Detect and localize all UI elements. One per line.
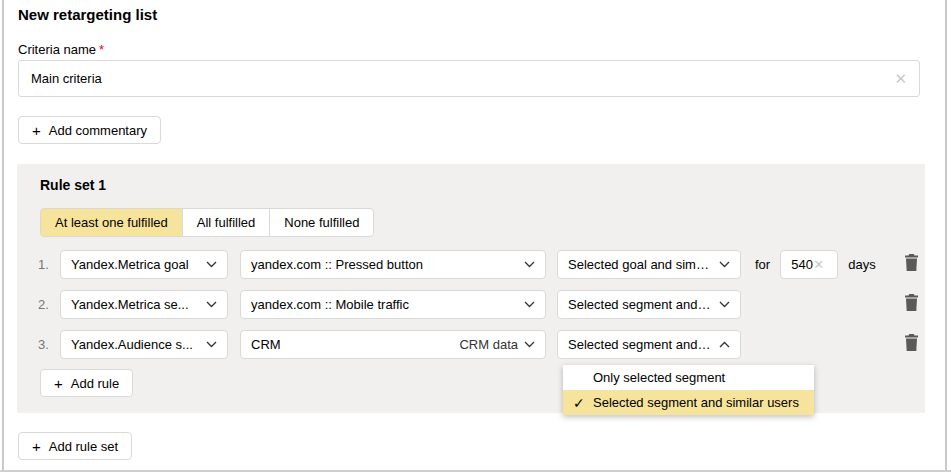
days-label: days xyxy=(848,257,875,272)
plus-icon: + xyxy=(32,123,41,138)
tab-all-fulfilled[interactable]: All fulfilled xyxy=(182,208,271,237)
add-commentary-label: Add commentary xyxy=(49,123,147,138)
rule-type-select[interactable]: Yandex.Metrica goal xyxy=(60,250,228,279)
criteria-name-input[interactable] xyxy=(19,71,882,86)
for-label: for xyxy=(755,257,770,272)
rule-row-1: 1. Yandex.Metrica goal yandex.com :: Pre… xyxy=(38,249,924,279)
criteria-name-label-text: Criteria name xyxy=(18,42,96,57)
days-input[interactable] xyxy=(781,257,813,272)
add-rule-button[interactable]: + Add rule xyxy=(40,369,133,397)
rule-set-title: Rule set 1 xyxy=(40,177,106,193)
plus-icon: + xyxy=(32,439,41,454)
rule-number: 2. xyxy=(38,297,54,312)
rule-type-value: Yandex.Audience s... xyxy=(71,337,193,352)
menu-item-label: Selected segment and similar users xyxy=(593,395,799,410)
menu-item-only-selected-segment[interactable]: ✓ Only selected segment xyxy=(563,365,814,390)
rule-segment-select[interactable]: CRM CRM data xyxy=(240,330,546,359)
criteria-name-field: ✕ xyxy=(18,60,920,97)
days-field: ✕ xyxy=(780,250,838,279)
chevron-down-icon xyxy=(516,301,535,308)
tab-at-least-one-fulfilled[interactable]: At least one fulfilled xyxy=(40,208,183,237)
rule-type-select[interactable]: Yandex.Metrica se... xyxy=(60,290,228,319)
rule-type-value: Yandex.Metrica goal xyxy=(71,257,189,272)
rule-type-value: Yandex.Metrica se... xyxy=(71,297,189,312)
rule-row-2: 2. Yandex.Metrica se... yandex.com :: Mo… xyxy=(38,289,924,319)
delete-rule-button[interactable] xyxy=(900,253,922,275)
rule-row-3: 3. Yandex.Audience s... CRM CRM data Sel… xyxy=(38,329,924,359)
rule-audience-value: Selected goal and simila... xyxy=(568,257,711,272)
rule-number: 1. xyxy=(38,257,54,272)
tab-none-fulfilled[interactable]: None fulfilled xyxy=(269,208,374,237)
rule-goal-select[interactable]: yandex.com :: Pressed button xyxy=(240,250,546,279)
chevron-down-icon xyxy=(198,341,217,348)
rule-segment-select[interactable]: yandex.com :: Mobile traffic xyxy=(240,290,546,319)
rule-audience-select-open[interactable]: Selected segment and si... xyxy=(557,330,741,359)
chevron-up-icon xyxy=(711,341,730,348)
rule-audience-select[interactable]: Selected goal and simila... xyxy=(557,250,741,279)
rule-goal-value: yandex.com :: Pressed button xyxy=(251,257,423,272)
page-title: New retargeting list xyxy=(18,6,157,23)
chevron-down-icon xyxy=(524,341,535,348)
plus-icon: + xyxy=(54,376,63,391)
rule-segment-value: CRM xyxy=(251,337,281,352)
chevron-down-icon xyxy=(198,301,217,308)
rule-audience-select[interactable]: Selected segment and si... xyxy=(557,290,741,319)
chevron-down-icon xyxy=(711,301,730,308)
chevron-down-icon xyxy=(516,261,535,268)
rule-audience-value: Selected segment and si... xyxy=(568,337,711,352)
trash-icon xyxy=(904,294,919,314)
clear-input-icon[interactable]: ✕ xyxy=(882,71,919,86)
add-rule-set-label: Add rule set xyxy=(49,439,118,454)
add-rule-label: Add rule xyxy=(71,376,119,391)
page-left-border xyxy=(2,0,4,470)
required-asterisk: * xyxy=(99,42,104,57)
menu-item-label: Only selected segment xyxy=(593,370,725,385)
trash-icon xyxy=(904,254,919,274)
menu-item-selected-segment-and-similar[interactable]: ✓ Selected segment and similar users xyxy=(563,390,814,415)
add-commentary-button[interactable]: + Add commentary xyxy=(18,116,161,144)
chevron-down-icon xyxy=(198,261,217,268)
segment-source-tag: CRM data xyxy=(459,337,524,352)
chevron-down-icon xyxy=(711,261,730,268)
rule-segment-value: yandex.com :: Mobile traffic xyxy=(251,297,409,312)
fulfillment-tabs: At least one fulfilled All fulfilled Non… xyxy=(40,208,374,237)
rule-audience-value: Selected segment and si... xyxy=(568,297,711,312)
add-rule-set-button[interactable]: + Add rule set xyxy=(18,432,132,460)
rule-number: 3. xyxy=(38,337,54,352)
clear-days-icon[interactable]: ✕ xyxy=(813,258,832,271)
rule-type-select[interactable]: Yandex.Audience s... xyxy=(60,330,228,359)
delete-rule-button[interactable] xyxy=(900,293,922,315)
page-right-border xyxy=(945,0,947,470)
checkmark-icon: ✓ xyxy=(573,395,593,411)
criteria-name-label: Criteria name* xyxy=(18,42,104,57)
trash-icon xyxy=(904,334,919,354)
audience-dropdown-menu: ✓ Only selected segment ✓ Selected segme… xyxy=(563,365,814,415)
page-bottom-border xyxy=(0,470,951,472)
retargeting-form-page: New retargeting list Criteria name* ✕ + … xyxy=(0,0,951,474)
delete-rule-button[interactable] xyxy=(900,333,922,355)
